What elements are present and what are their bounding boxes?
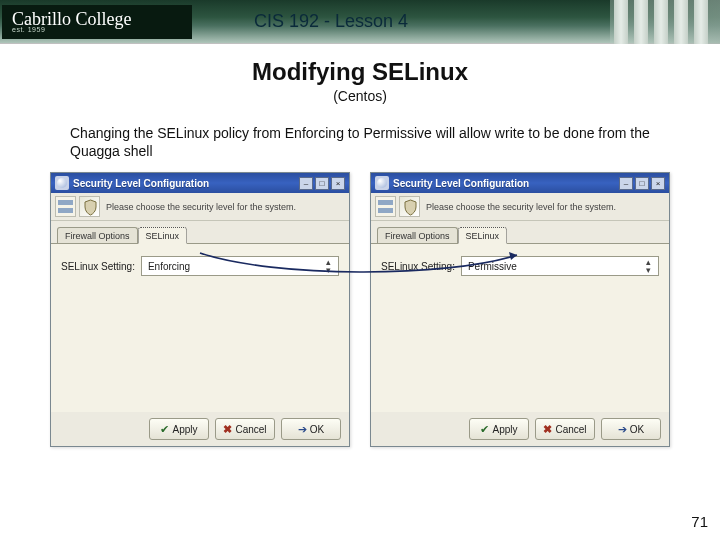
dialogs-row: Security Level Configuration – □ × Pleas… (0, 172, 720, 447)
ok-label: OK (630, 424, 644, 435)
minimize-button[interactable]: – (299, 177, 313, 190)
dropdown-value: Permissive (468, 261, 517, 272)
toolbar: Please choose the security level for the… (51, 193, 349, 221)
x-icon: ✖ (223, 424, 232, 435)
tab-pane: SELinux Setting: Enforcing ▴▾ (51, 243, 349, 412)
selinux-label: SELinux Setting: (61, 261, 135, 272)
banner-photo (610, 0, 720, 44)
maximize-button[interactable]: □ (635, 177, 649, 190)
dropdown-value: Enforcing (148, 261, 190, 272)
check-icon: ✔ (480, 424, 489, 435)
dialog-right: Security Level Configuration – □ × Pleas… (370, 172, 670, 447)
security-icon (375, 176, 389, 190)
instruction-text: Please choose the security level for the… (106, 202, 296, 212)
logo-text: Cabrillo College (12, 11, 192, 27)
security-icon (55, 176, 69, 190)
apply-button[interactable]: ✔Apply (469, 418, 529, 440)
window-title: Security Level Configuration (73, 178, 295, 189)
cancel-button[interactable]: ✖Cancel (535, 418, 595, 440)
slide-description: Changing the SELinux policy from Enforci… (70, 124, 650, 160)
x-icon: ✖ (543, 424, 552, 435)
shield-icon[interactable] (399, 196, 420, 217)
ok-icon: ➔ (298, 424, 307, 435)
dialog-left: Security Level Configuration – □ × Pleas… (50, 172, 350, 447)
apply-label: Apply (492, 424, 517, 435)
tab-row: Firewall Options SELinux (51, 221, 349, 243)
selinux-dropdown[interactable]: Enforcing ▴▾ (141, 256, 339, 276)
college-logo: Cabrillo College est. 1959 (2, 5, 192, 39)
ok-label: OK (310, 424, 324, 435)
apply-label: Apply (172, 424, 197, 435)
button-bar: ✔Apply ✖Cancel ➔OK (51, 412, 349, 446)
slide-subtitle: (Centos) (0, 88, 720, 104)
ok-button[interactable]: ➔OK (601, 418, 661, 440)
button-bar: ✔Apply ✖Cancel ➔OK (371, 412, 669, 446)
toolbar: Please choose the security level for the… (371, 193, 669, 221)
tab-firewall[interactable]: Firewall Options (57, 227, 138, 243)
check-icon: ✔ (160, 424, 169, 435)
course-title: CIS 192 - Lesson 4 (254, 11, 408, 32)
level-icon[interactable] (375, 196, 396, 217)
cancel-label: Cancel (235, 424, 266, 435)
selinux-label: SELinux Setting: (381, 261, 455, 272)
cancel-button[interactable]: ✖Cancel (215, 418, 275, 440)
tab-row: Firewall Options SELinux (371, 221, 669, 243)
shield-icon[interactable] (79, 196, 100, 217)
close-button[interactable]: × (331, 177, 345, 190)
selinux-dropdown[interactable]: Permissive ▴▾ (461, 256, 659, 276)
tab-selinux[interactable]: SELinux (458, 227, 508, 244)
ok-button[interactable]: ➔OK (281, 418, 341, 440)
header-banner: Cabrillo College est. 1959 CIS 192 - Les… (0, 0, 720, 44)
apply-button[interactable]: ✔Apply (149, 418, 209, 440)
chevron-updown-icon: ▴▾ (322, 258, 334, 274)
cancel-label: Cancel (555, 424, 586, 435)
tab-pane: SELinux Setting: Permissive ▴▾ (371, 243, 669, 412)
titlebar[interactable]: Security Level Configuration – □ × (51, 173, 349, 193)
chevron-updown-icon: ▴▾ (642, 258, 654, 274)
tab-firewall[interactable]: Firewall Options (377, 227, 458, 243)
tab-selinux[interactable]: SELinux (138, 227, 188, 244)
close-button[interactable]: × (651, 177, 665, 190)
titlebar[interactable]: Security Level Configuration – □ × (371, 173, 669, 193)
logo-est: est. 1959 (12, 26, 192, 33)
ok-icon: ➔ (618, 424, 627, 435)
maximize-button[interactable]: □ (315, 177, 329, 190)
slide-title: Modifying SELinux (0, 58, 720, 86)
minimize-button[interactable]: – (619, 177, 633, 190)
window-title: Security Level Configuration (393, 178, 615, 189)
page-number: 71 (691, 513, 708, 530)
level-icon[interactable] (55, 196, 76, 217)
instruction-text: Please choose the security level for the… (426, 202, 616, 212)
